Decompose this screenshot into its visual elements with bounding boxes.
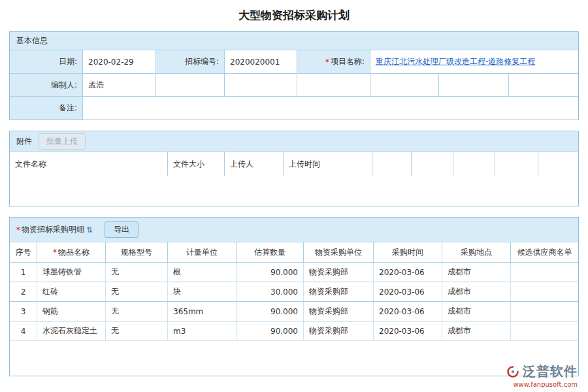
cell-spec: 无 [105, 302, 167, 321]
cell-spec: 无 [105, 263, 167, 282]
creator-value: 孟浩 [82, 74, 155, 96]
details-table-header: 序号 * 物品名称 规格型号 计量单位 估算数量 物资采购单位 采购时间 采购地… [10, 242, 578, 262]
empty-col [411, 152, 453, 176]
col-item-name: * 物品名称 [37, 242, 105, 262]
empty-col [538, 152, 578, 176]
col-estimated-qty: 估算数量 [236, 242, 303, 262]
attachments-empty-body [10, 176, 578, 206]
basic-info-row-1: 日期: 2020-02-29 招标编号: 2020020001 * 项目名称: … [10, 50, 578, 73]
required-asterisk: * [16, 225, 20, 235]
empty-cell [297, 74, 370, 96]
table-row[interactable]: 1 球墨铸铁管 无 根 90.000 物资采购部 2020-03-06 成都市 [10, 262, 578, 282]
cell-seq: 4 [10, 321, 37, 340]
cell-dept: 物资采购部 [303, 282, 373, 301]
bid-no-label: 招标编号: [155, 50, 224, 73]
project-name-link[interactable]: 重庆江北污水处理厂级改造工程-道路修复工程 [376, 56, 535, 67]
cell-qty: 90.000 [236, 263, 303, 282]
cell-unit: 365mm [167, 302, 236, 321]
cell-suppliers [510, 302, 578, 321]
cell-unit: 根 [167, 263, 236, 282]
cell-qty: 90.000 [236, 302, 303, 321]
cell-place: 成都市 [442, 302, 510, 321]
col-purchase-time: 采购时间 [373, 242, 442, 262]
cell-place: 成都市 [442, 321, 510, 340]
col-item-name-text: 物品名称 [58, 247, 90, 258]
basic-info-row-3: 备注: [10, 96, 578, 120]
empty-col [453, 152, 495, 176]
project-label-text: 项目名称: [331, 56, 365, 67]
cell-time: 2020-03-06 [373, 282, 442, 301]
col-seq: 序号 [10, 242, 37, 262]
cell-item-name: 球墨铸铁管 [37, 263, 105, 282]
empty-cell [438, 74, 508, 96]
fanpu-logo-icon [506, 365, 519, 378]
watermark-brand: 泛普软件 [523, 363, 578, 380]
col-upload-time: 上传时间 [283, 152, 372, 176]
empty-cell [224, 74, 297, 96]
required-asterisk: * [325, 57, 329, 67]
remark-label: 备注: [10, 97, 82, 120]
cell-time: 2020-03-06 [373, 321, 442, 340]
cell-time: 2020-03-06 [373, 302, 442, 321]
bid-no-value: 2020020001 [224, 50, 297, 73]
basic-info-title: 基本信息 [16, 35, 48, 46]
col-candidate-suppliers: 候选供应商名单 [510, 242, 578, 262]
export-button[interactable]: 导出 [105, 221, 139, 238]
empty-cell [508, 74, 578, 96]
col-purchase-place: 采购地点 [442, 242, 510, 262]
required-asterisk: * [53, 248, 57, 257]
basic-info-header: 基本信息 [10, 32, 578, 50]
table-row[interactable]: 2 红砖 无 块 30.000 物资采购部 2020-03-06 成都市 [10, 282, 578, 301]
basic-info-row-2: 编制人: 孟浩 [10, 73, 578, 96]
table-row[interactable]: 4 水泥石灰稳定土 无 m3 90.000 物资采购部 2020-03-06 成… [10, 321, 578, 340]
cell-seq: 1 [10, 263, 37, 282]
page-title: 大型物资招标采购计划 [0, 0, 588, 31]
empty-col [495, 152, 538, 176]
details-header-bar: * 物资招标采购明细 ⇅ 导出 [10, 218, 578, 242]
col-unit: 计量单位 [167, 242, 236, 262]
cell-seq: 3 [10, 302, 37, 321]
date-value: 2020-02-29 [82, 50, 155, 73]
attachments-table-header: 文件名称 文件大小 上传人 上传时间 [10, 152, 578, 176]
remark-value [82, 97, 578, 120]
details-title-text: 物资招标采购明细 [22, 224, 84, 235]
cell-item-name: 钢筋 [37, 302, 105, 321]
vendor-watermark: 泛普软件 www.fanpusoft.com [506, 363, 578, 388]
watermark-url: www.fanpusoft.com [506, 381, 578, 388]
cell-unit: m3 [167, 321, 236, 340]
col-uploader: 上传人 [224, 152, 283, 176]
attachments-title: 附件 [16, 136, 32, 147]
cell-spec: 无 [105, 321, 167, 340]
cell-suppliers [510, 263, 578, 282]
details-empty-space [10, 340, 578, 376]
cell-dept: 物资采购部 [303, 263, 373, 282]
cell-qty: 30.000 [236, 282, 303, 301]
cell-dept: 物资采购部 [303, 321, 373, 340]
empty-col [372, 152, 411, 176]
empty-cell [370, 74, 438, 96]
col-file-name: 文件名称 [10, 152, 167, 176]
table-row[interactable]: 3 钢筋 无 365mm 90.000 物资采购部 2020-03-06 成都市 [10, 301, 578, 321]
cell-qty: 90.000 [236, 321, 303, 340]
cell-item-name: 水泥石灰稳定土 [37, 321, 105, 340]
basic-info-section: 基本信息 日期: 2020-02-29 招标编号: 2020020001 * 项… [9, 31, 579, 120]
creator-label: 编制人: [10, 74, 82, 96]
details-title: * 物资招标采购明细 ⇅ [16, 224, 93, 235]
cell-place: 成都市 [442, 263, 510, 282]
cell-dept: 物资采购部 [303, 302, 373, 321]
cell-suppliers [510, 282, 578, 301]
project-label: * 项目名称: [297, 50, 370, 73]
cell-suppliers [510, 321, 578, 340]
cell-spec: 无 [105, 282, 167, 301]
empty-cell [155, 74, 224, 96]
project-value-cell: 重庆江北污水处理厂级改造工程-道路修复工程 [370, 50, 578, 73]
cell-place: 成都市 [442, 282, 510, 301]
col-purchase-dept: 物资采购单位 [303, 242, 373, 262]
batch-upload-button[interactable]: 批量上传 [39, 133, 86, 150]
sort-icon[interactable]: ⇅ [86, 225, 93, 235]
col-spec-model: 规格型号 [105, 242, 167, 262]
details-section: * 物资招标采购明细 ⇅ 导出 序号 * 物品名称 规格型号 计量单位 估算数量… [9, 217, 579, 376]
date-label: 日期: [10, 50, 82, 73]
cell-unit: 块 [167, 282, 236, 301]
cell-item-name: 红砖 [37, 282, 105, 301]
